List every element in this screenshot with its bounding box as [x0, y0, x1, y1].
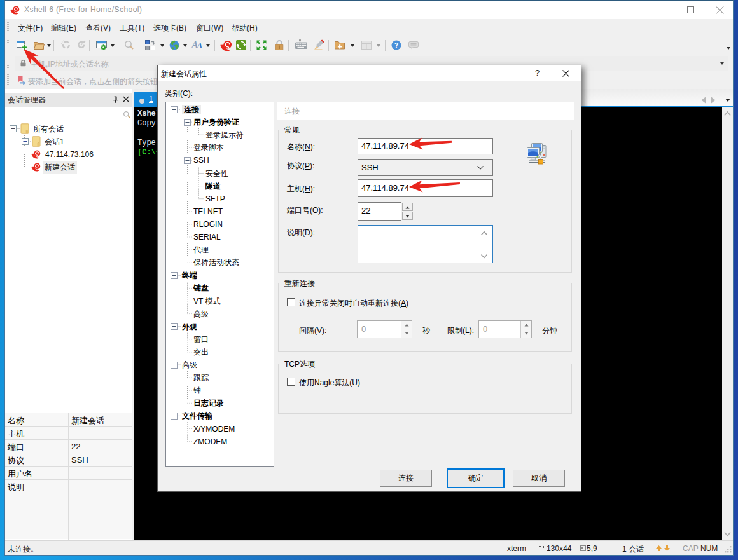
svg-text:?: ?	[394, 41, 399, 49]
svg-text:A: A	[197, 41, 202, 50]
